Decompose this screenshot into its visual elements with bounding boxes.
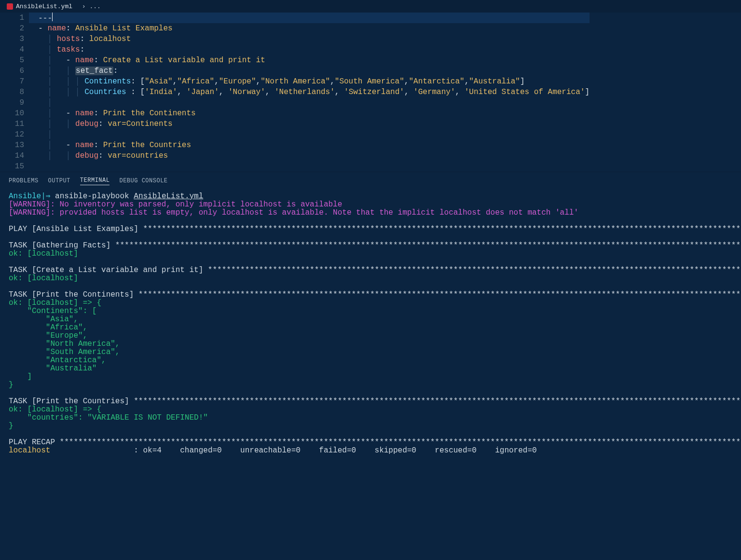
- tab-output[interactable]: OUTPUT: [48, 178, 70, 184]
- tab-debug-console[interactable]: DEBUG CONSOLE: [119, 178, 167, 184]
- file-tab[interactable]: AnsibleList.yml › ...: [2, 0, 106, 13]
- panel-tabs: PROBLEMS OUTPUT TERMINAL DEBUG CONSOLE: [0, 172, 741, 189]
- code-editor[interactable]: 123456789101112131415 --- - name: Ansibl…: [0, 13, 741, 172]
- line-numbers: 123456789101112131415: [0, 13, 29, 172]
- terminal-output[interactable]: Ansible|⇒ ansible-playbook AnsibleList.y…: [0, 189, 741, 455]
- yaml-file-icon: [7, 3, 13, 10]
- editor-tabs: AnsibleList.yml › ...: [0, 0, 741, 13]
- tab-terminal[interactable]: TERMINAL: [80, 177, 110, 185]
- file-tab-label: AnsibleList.yml: [16, 3, 72, 10]
- tab-problems[interactable]: PROBLEMS: [9, 178, 39, 184]
- code-content[interactable]: --- - name: Ansible List Examples │ host…: [29, 13, 590, 172]
- breadcrumb[interactable]: › ...: [78, 3, 101, 10]
